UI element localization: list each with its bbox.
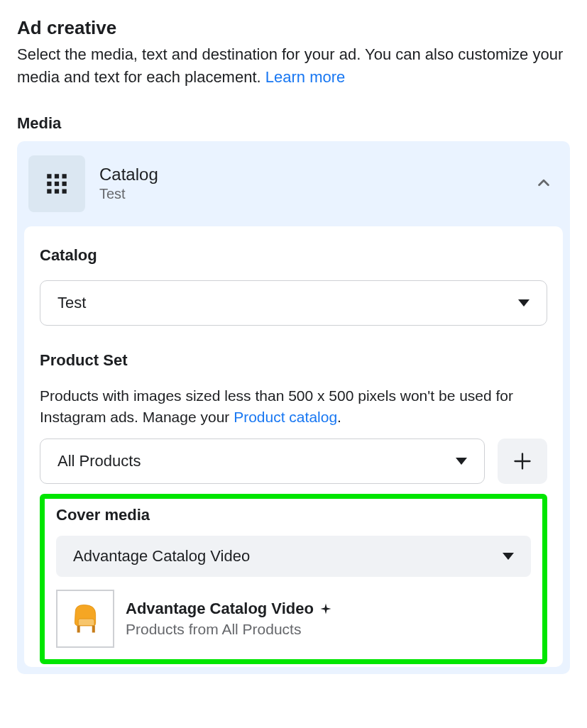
caret-down-icon bbox=[503, 553, 514, 560]
cover-media-thumbnail bbox=[56, 590, 114, 648]
help-suffix: . bbox=[337, 409, 341, 425]
media-label: Media bbox=[17, 114, 570, 133]
svg-rect-6 bbox=[47, 189, 51, 193]
grid-icon bbox=[46, 173, 67, 194]
cover-media-select-value: Advantage Catalog Video bbox=[73, 547, 250, 566]
cover-media-preview-subtitle: Products from All Products bbox=[126, 621, 332, 638]
cover-media-label: Cover media bbox=[56, 506, 531, 524]
product-set-row: All Products bbox=[40, 439, 547, 484]
plus-icon bbox=[512, 451, 532, 471]
add-product-set-button[interactable] bbox=[498, 439, 547, 484]
product-set-label: Product Set bbox=[40, 351, 547, 370]
svg-rect-4 bbox=[55, 182, 59, 186]
media-panel: Catalog Test Catalog Test Product Set Pr… bbox=[17, 141, 570, 674]
page-description: Select the media, text and destination f… bbox=[17, 43, 570, 89]
chair-icon bbox=[67, 600, 104, 637]
cover-media-preview-text: Advantage Catalog Video Products from Al… bbox=[126, 600, 332, 638]
page-title: Ad creative bbox=[17, 17, 570, 39]
cover-media-select[interactable]: Advantage Catalog Video bbox=[56, 536, 531, 577]
svg-rect-12 bbox=[92, 625, 95, 632]
caret-down-icon bbox=[456, 458, 467, 465]
sparkle-icon bbox=[319, 602, 332, 615]
svg-rect-3 bbox=[47, 182, 51, 186]
catalog-field-label: Catalog bbox=[40, 246, 547, 265]
learn-more-link[interactable]: Learn more bbox=[265, 68, 346, 86]
cover-media-highlight: Cover media Advantage Catalog Video bbox=[40, 494, 547, 664]
catalog-select-value: Test bbox=[57, 294, 86, 312]
svg-rect-0 bbox=[47, 174, 51, 178]
svg-rect-1 bbox=[55, 174, 59, 178]
cover-media-preview: Advantage Catalog Video Products from Al… bbox=[56, 590, 531, 648]
catalog-header-text: Catalog Test bbox=[99, 165, 158, 202]
catalog-header[interactable]: Catalog Test bbox=[24, 153, 563, 226]
inner-card: Catalog Test Product Set Products with i… bbox=[24, 226, 563, 667]
chevron-up-icon[interactable] bbox=[536, 175, 552, 193]
svg-rect-7 bbox=[55, 189, 59, 193]
product-set-help: Products with images sized less than 500… bbox=[40, 385, 547, 429]
catalog-option-title: Catalog bbox=[99, 165, 158, 184]
svg-rect-11 bbox=[77, 625, 80, 632]
catalog-option-subtitle: Test bbox=[99, 186, 158, 202]
product-set-select-value: All Products bbox=[57, 452, 141, 470]
svg-rect-2 bbox=[62, 174, 67, 178]
caret-down-icon bbox=[518, 299, 530, 307]
product-catalog-link[interactable]: Product catalog bbox=[234, 409, 337, 425]
svg-rect-8 bbox=[62, 189, 67, 193]
preview-title-text: Advantage Catalog Video bbox=[126, 600, 314, 618]
svg-rect-5 bbox=[62, 182, 67, 186]
catalog-select[interactable]: Test bbox=[40, 280, 547, 326]
cover-media-preview-title: Advantage Catalog Video bbox=[126, 600, 332, 618]
grid-icon-box bbox=[28, 155, 85, 212]
product-set-select[interactable]: All Products bbox=[40, 439, 485, 484]
